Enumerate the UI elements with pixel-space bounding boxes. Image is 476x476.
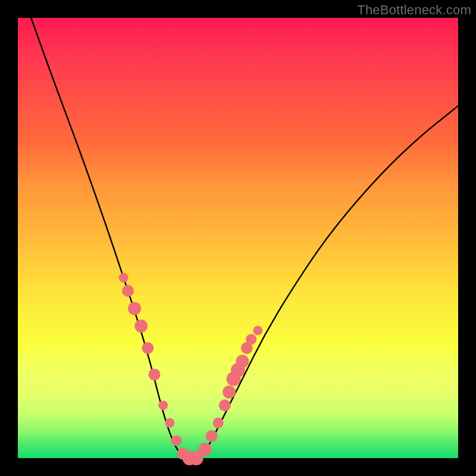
highlight-dot bbox=[213, 418, 224, 428]
chart-frame: TheBottleneck.com bbox=[0, 0, 476, 476]
highlight-dot bbox=[206, 430, 218, 442]
highlight-dot bbox=[223, 386, 236, 399]
highlight-dot bbox=[122, 285, 134, 297]
highlight-dot bbox=[171, 435, 181, 446]
highlight-dot bbox=[142, 342, 154, 354]
highlight-dot bbox=[119, 273, 129, 283]
highlight-dot bbox=[134, 320, 148, 333]
highlight-dot bbox=[158, 400, 168, 410]
highlight-dot bbox=[148, 368, 160, 380]
highlight-dots-group bbox=[119, 273, 263, 465]
highlight-dot bbox=[128, 302, 141, 315]
highlight-dot bbox=[246, 334, 256, 345]
bottleneck-curve bbox=[31, 18, 458, 458]
highlight-dot bbox=[219, 399, 231, 411]
highlight-dot bbox=[253, 325, 262, 335]
highlight-dot bbox=[199, 443, 212, 456]
highlight-dot bbox=[165, 418, 174, 428]
watermark-text: TheBottleneck.com bbox=[357, 2, 471, 18]
chart-svg bbox=[18, 18, 458, 458]
highlight-dot bbox=[236, 355, 249, 368]
